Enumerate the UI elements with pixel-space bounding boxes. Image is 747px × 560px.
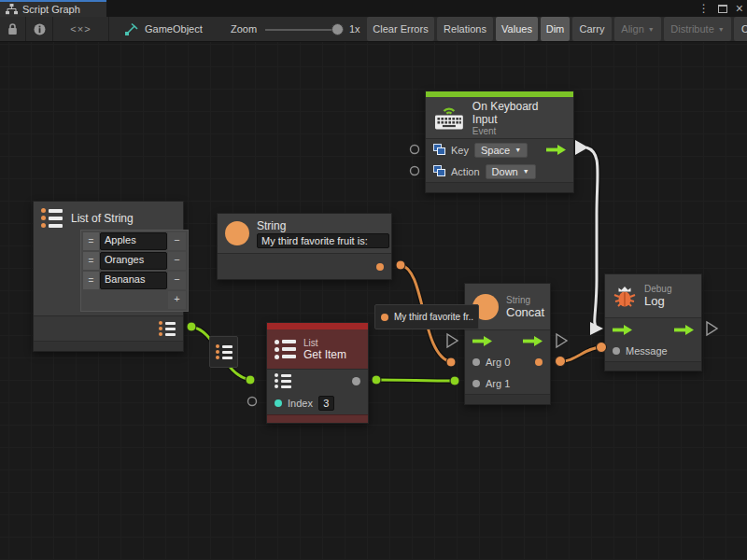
code-preview-button[interactable]: <×> [53,17,109,41]
value-port-icon [433,144,445,156]
distribute-button[interactable]: Distribute▼ [664,17,731,41]
port-row-list [267,370,368,392]
dim-button[interactable]: Dim [541,17,570,41]
result-output-port[interactable] [535,358,543,366]
add-item-button[interactable]: + [168,291,186,309]
port-row-arg1: Arg 1 [465,372,550,394]
window-menu-icon[interactable]: ⋮ [698,3,710,14]
list-icon [216,344,233,359]
node-get-item[interactable]: List Get Item Index 3 [266,322,369,424]
carry-button[interactable]: Carry [572,17,612,41]
unity-visual-scripting-window: Script Graph ⋮ × <×> [0,0,747,560]
align-button[interactable]: Align▼ [614,17,661,41]
node-header: Debug Log [605,274,701,317]
value-port-icon [433,165,445,177]
index-field[interactable]: 3 [318,396,334,411]
info-button[interactable] [26,17,53,41]
tab-title: Script Graph [22,4,80,15]
target-label: GameObject [145,23,203,35]
flow-output-arrow-icon[interactable] [674,325,694,335]
zoom-label: Zoom [231,23,257,35]
flow-row [605,318,701,341]
node-header: On Keyboard Input Event [426,97,573,138]
flow-output-arrow-icon[interactable] [523,336,543,346]
list-item-field[interactable]: Apples [100,232,167,250]
values-button[interactable]: Values [496,17,538,41]
drag-handle[interactable]: = [83,272,99,289]
chevron-down-icon: ▼ [718,26,725,33]
list-item-field[interactable]: Oranges [100,252,167,270]
flow-output-arrow-icon[interactable] [546,145,566,155]
error-bar [267,323,368,329]
action-dropdown[interactable]: Down ▼ [486,164,536,179]
list-editor-footer: + [83,291,186,309]
port-row-message: Message [605,341,701,361]
node-body: Index 3 [267,369,368,414]
clear-errors-button[interactable]: Clear Errors [367,17,434,41]
gameobject-icon [124,22,139,35]
overview-button[interactable]: Overv [734,17,747,41]
node-list-of-string[interactable]: List of String = Apples − = Oranges − = … [33,201,184,352]
code-toggle-icon: <×> [70,23,91,35]
wire-value-string-preview: My third favorite fr.. [374,304,479,329]
node-string-literal[interactable]: String My third favorite fruit is: [217,213,392,280]
target-gameobject[interactable]: GameObject [124,17,203,41]
node-debug-log[interactable]: Debug Log Message [604,273,702,371]
string-output-port[interactable] [376,263,384,271]
close-icon[interactable]: × [736,2,743,15]
chevron-down-icon: ▼ [523,168,529,175]
port-label: Index [288,398,313,409]
list-item-field[interactable]: Bananas [100,272,167,289]
flow-input-arrow-icon[interactable] [472,336,492,346]
window-controls: ⋮ × [698,0,743,17]
lock-icon [7,23,18,35]
list-input-icon[interactable] [275,373,291,388]
graph-icon [6,4,18,15]
zoom-slider-knob[interactable] [331,23,344,35]
chevron-down-icon: ▼ [514,147,521,153]
node-title: Log [644,294,671,308]
node-header: List of String = Apples − = Oranges − = … [34,202,183,315]
port-label: Action [451,166,480,177]
maximize-icon[interactable] [718,5,727,13]
remove-item-button[interactable]: − [168,272,186,289]
list-icon [41,208,63,228]
port-label: Message [626,345,668,357]
node-subtitle: Event [472,126,566,136]
list-editor: = Apples − = Oranges − = Bananas − + [80,230,189,312]
key-dropdown[interactable]: Space ▼ [474,143,528,158]
list-icon [275,340,296,359]
node-title: String [257,219,389,232]
relations-button[interactable]: Relations [437,17,493,41]
list-item-row: = Apples − [83,232,186,250]
drag-handle[interactable]: = [83,252,99,270]
arg0-input-port[interactable] [472,358,480,366]
string-icon [225,221,249,245]
arg1-input-port[interactable] [472,380,480,387]
node-footer [605,361,701,371]
item-output-port[interactable] [352,377,360,385]
list-output-icon[interactable] [159,321,176,336]
bug-icon [613,284,637,308]
node-header: List Get Item [267,329,368,369]
zoom-value: 1x [349,23,360,35]
toolbar-button-group: Clear Errors Relations Values Dim Carry … [367,17,747,41]
remove-item-button[interactable]: − [168,232,186,250]
graph-toolbar: <×> GameObject Zoom 1x Clear Errors Rela… [0,17,747,42]
node-title: Concat [506,305,544,319]
flow-input-arrow-icon[interactable] [613,325,632,335]
node-category: String [506,295,544,305]
node-on-keyboard-input[interactable]: On Keyboard Input Event Key Space ▼ Acti… [425,91,574,193]
string-value-field[interactable]: My third favorite fruit is: [257,233,389,248]
string-value-icon [381,314,388,321]
flow-row [465,330,550,351]
remove-item-button[interactable]: − [168,252,186,270]
port-row-key: Key Space ▼ [426,139,573,161]
lock-button[interactable] [0,17,26,41]
error-footer [267,414,368,423]
message-input-port[interactable] [613,347,620,355]
index-input-port[interactable] [275,399,282,407]
node-concat[interactable]: String Concat Arg 0 Arg 1 [464,283,551,405]
tab-script-graph[interactable]: Script Graph [0,0,106,17]
drag-handle[interactable]: = [83,232,99,250]
